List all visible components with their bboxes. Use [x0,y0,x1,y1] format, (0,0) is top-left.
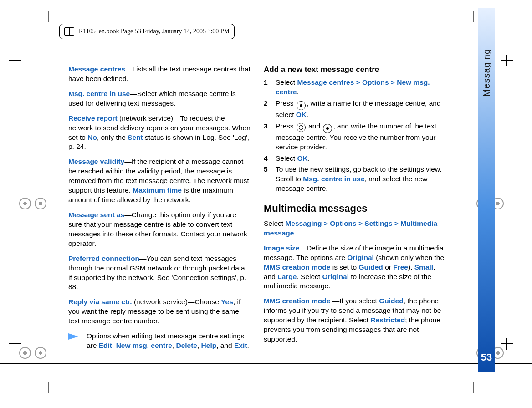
sep: , [112,342,116,349]
value-guided: Guided [379,297,403,305]
setting-message-sent-as: Message sent as—Change this option only … [68,210,251,249]
print-header-text: R1105_en.book Page 53 Friday, January 14… [79,28,230,35]
term: Receive report [68,114,118,122]
text: (shown only when the [374,254,444,261]
sep: , and [216,342,234,349]
book-icon [64,27,74,36]
color-target-icon [19,346,46,358]
text: and [307,122,322,130]
term: Msg. centre in use [68,90,130,97]
text: . [308,154,310,162]
value-ok: OK [296,111,307,118]
opt-new-msg-centre: New msg. centre [116,342,172,349]
cropmark-bl [48,382,59,393]
value-large: Large [277,273,297,280]
text: —If you select [332,297,379,305]
text: . Select [297,273,322,280]
text: Select [276,154,297,162]
value-maximum-time: Maximum time [133,186,182,194]
setting-preferred-connection: Preferred connection—You can send text m… [68,254,251,292]
cropmark-br [463,382,474,393]
step-2: Press , write a name for the message cen… [264,99,446,120]
sep: , [197,342,201,349]
setting-message-centres: Message centres—Lists all the text messa… [68,65,251,84]
text: ), [408,263,414,271]
color-target-icon [19,197,46,209]
steps-list: Select Message centres > Options > New m… [264,78,446,194]
cropmark-tl [48,11,59,22]
section-label: Messaging [481,49,492,97]
text: . [294,229,296,237]
value-free: Free [393,263,408,271]
print-header-box: R1105_en.book Page 53 Friday, January 14… [59,24,235,39]
mm-path: Select Messaging > Options > Settings > … [264,219,446,238]
text: Select [264,219,285,227]
text: is set to [330,263,358,271]
text: or [383,263,393,271]
setting-msg-centre-in-use: Msg. centre in use—Select which message … [68,89,251,108]
setting-receive-report: Receive report (network service)—To requ… [68,114,251,152]
value-sent: Sent [128,133,143,141]
value-guided: Guided [358,263,383,271]
setting-message-validity: Message validity—If the recipient of a m… [68,157,251,205]
term: Message validity [68,158,124,165]
term: MMS creation mode [264,297,332,305]
opt-exit: Exit [234,342,247,349]
selection-key-icon [297,123,306,132]
rule-line-top [0,41,532,41]
term: Reply via same ctr. [68,298,132,306]
right-column: Add a new text message centre Select Mes… [264,65,446,351]
heading-multimedia-messages: Multimedia messages [264,202,446,215]
value-no: No [87,133,97,141]
scroll-key-icon [323,124,332,133]
options-note: Options when editing text message centre… [68,332,251,351]
opt-delete: Delete [176,342,197,349]
value-restricted: Restricted [370,316,405,324]
value-original: Original [322,273,349,280]
text: . [297,88,299,96]
manual-page: R1105_en.book Page 53 Friday, January 14… [0,0,532,408]
step-1: Select Message centres > Options > New m… [264,78,446,97]
end: . [247,342,249,349]
setting-reply-via-same-ctr: Reply via same ctr. (network service)—Ch… [68,297,251,326]
registration-cross-icon [501,55,513,66]
text: Press [276,99,296,107]
page-number: 53 [478,352,495,363]
value-mms-creation-mode: MMS creation mode [264,263,330,271]
text: Select [276,78,297,86]
page-content: Message centres—Lists all the text messa… [68,65,446,351]
opt-edit: Edit [99,342,112,349]
text: , only the [97,133,128,141]
value-original: Original [347,254,374,261]
term: Preferred connection [68,255,139,262]
text: Press [276,122,296,130]
setting-mms-creation-mode: MMS creation mode —If you select Guided,… [264,296,446,344]
term: Message centres [68,65,125,73]
cropmark-tr [463,11,474,22]
step-3: Press and , and write the number of the … [264,122,446,152]
subheading-add-new-centre: Add a new text message centre [264,65,446,75]
step-5: To use the new settings, go back to the … [264,165,446,194]
menu-path: Messaging > Options > Settings > Multime… [264,219,437,237]
left-column: Message centres—Lists all the text messa… [68,65,251,351]
registration-cross-icon [9,55,21,66]
value-msg-centre-in-use: Msg. centre in use [303,175,364,183]
setting-image-size: Image size—Define the size of the image … [264,244,446,291]
term: Image size [264,244,299,252]
scroll-key-icon [297,101,306,110]
rule-line-bottom [0,363,532,364]
text: (network service)—Choose [132,298,221,306]
opt-help: Help [201,342,217,349]
text: . [307,111,308,118]
note-arrow-icon [68,333,78,340]
side-tab: Messaging 53 [478,8,495,372]
value-yes: Yes [221,298,233,306]
value-small: Small [414,263,433,271]
term: Message sent as [68,211,124,219]
value-ok: OK [297,154,307,162]
step-4: Select OK. [264,154,446,163]
